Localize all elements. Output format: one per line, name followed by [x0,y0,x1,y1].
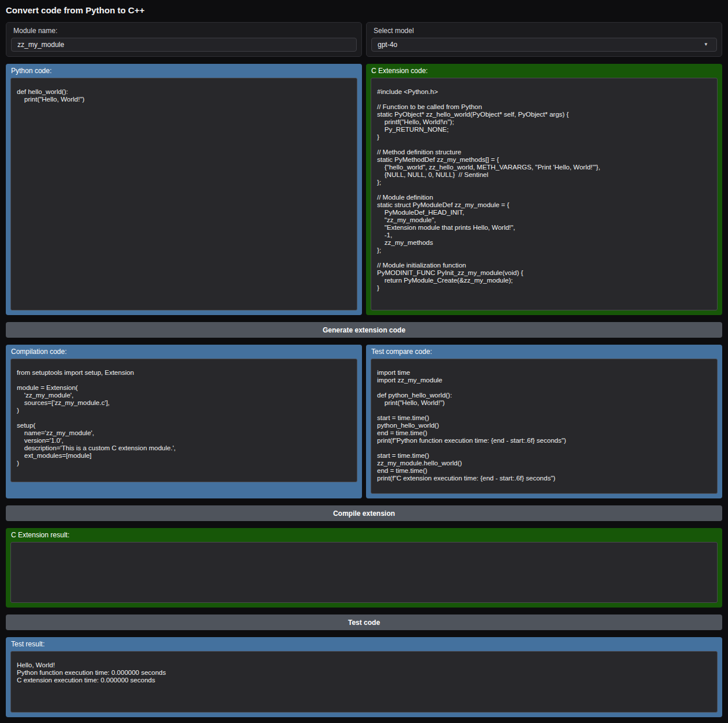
test-compare-code-textarea[interactable]: import time import zz_my_module def pyth… [371,359,718,494]
c-extension-result-label: C Extension result: [6,528,722,542]
model-select-value: gpt-4o [378,41,397,49]
compile-row: Compilation code: from setuptools import… [6,345,722,498]
top-form-row: Module name: Select model gpt-4o ▼ [6,22,722,57]
page-title: Convert code from Python to C++ [6,6,722,15]
model-select-group: Select model gpt-4o ▼ [366,22,722,57]
c-extension-code-panel: C Extension code: #include <Python.h> //… [366,64,722,315]
test-code-button[interactable]: Test code [6,614,722,630]
chevron-down-icon: ▼ [704,42,708,47]
test-compare-code-panel: Test compare code: import time import zz… [366,345,722,498]
module-name-input[interactable] [11,38,357,52]
module-name-group: Module name: [6,22,362,57]
python-code-label: Python code: [6,64,362,78]
compile-extension-button[interactable]: Compile extension [6,505,722,521]
c-extension-result-panel: C Extension result: [6,528,722,608]
c-extension-code-textarea[interactable]: #include <Python.h> // Function to be ca… [371,78,718,310]
model-select-label: Select model [374,27,717,35]
test-result-label: Test result: [6,637,722,651]
compilation-code-panel: Compilation code: from setuptools import… [6,345,362,498]
generate-extension-code-button[interactable]: Generate extension code [6,322,722,338]
c-extension-result-textarea[interactable] [10,542,718,603]
model-select[interactable]: gpt-4o ▼ [371,38,717,52]
compilation-code-label: Compilation code: [6,345,362,359]
compilation-code-textarea[interactable]: from setuptools import setup, Extension … [10,359,357,482]
test-result-textarea[interactable]: Hello, World! Python function execution … [10,651,718,713]
code-row: Python code: def hello_world(): print("H… [6,64,722,315]
module-name-label: Module name: [13,27,357,35]
python-code-panel: Python code: def hello_world(): print("H… [6,64,362,315]
python-code-textarea[interactable]: def hello_world(): print("Hello, World!"… [10,78,357,310]
test-result-panel: Test result: Hello, World! Python functi… [6,637,722,717]
c-extension-code-label: C Extension code: [366,64,722,78]
test-compare-code-label: Test compare code: [366,345,722,359]
